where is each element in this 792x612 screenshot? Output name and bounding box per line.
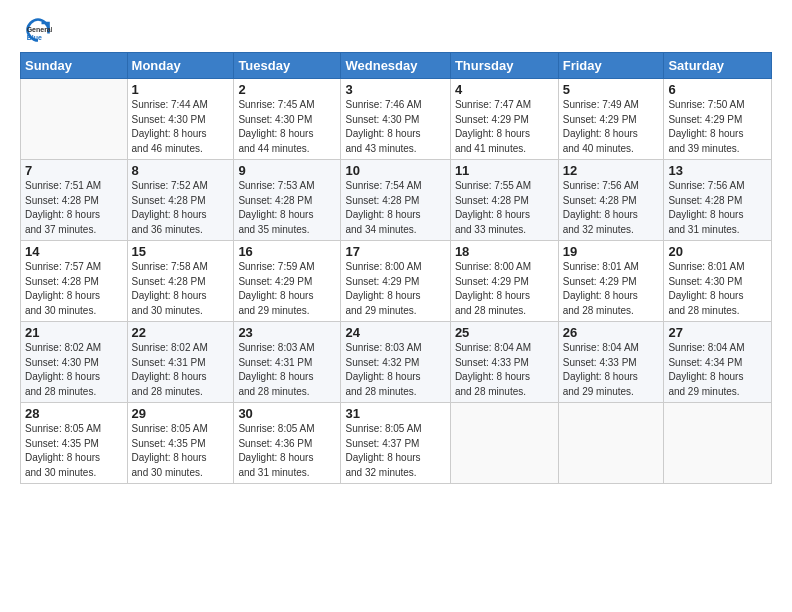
day-number: 8 <box>132 163 230 178</box>
day-number: 5 <box>563 82 660 97</box>
day-number: 9 <box>238 163 336 178</box>
day-number: 1 <box>132 82 230 97</box>
calendar-cell: 11Sunrise: 7:55 AM Sunset: 4:28 PM Dayli… <box>450 160 558 241</box>
calendar-cell: 28Sunrise: 8:05 AM Sunset: 4:35 PM Dayli… <box>21 403 128 484</box>
day-number: 11 <box>455 163 554 178</box>
page: General Blue SundayMondayTuesdayWednesda… <box>0 0 792 612</box>
day-number: 21 <box>25 325 123 340</box>
day-number: 2 <box>238 82 336 97</box>
day-info: Sunrise: 7:51 AM Sunset: 4:28 PM Dayligh… <box>25 179 123 237</box>
day-info: Sunrise: 8:05 AM Sunset: 4:36 PM Dayligh… <box>238 422 336 480</box>
day-number: 31 <box>345 406 445 421</box>
day-info: Sunrise: 8:01 AM Sunset: 4:29 PM Dayligh… <box>563 260 660 318</box>
weekday-header-sunday: Sunday <box>21 53 128 79</box>
day-number: 30 <box>238 406 336 421</box>
day-info: Sunrise: 8:05 AM Sunset: 4:35 PM Dayligh… <box>132 422 230 480</box>
calendar-cell: 19Sunrise: 8:01 AM Sunset: 4:29 PM Dayli… <box>558 241 664 322</box>
calendar-cell: 27Sunrise: 8:04 AM Sunset: 4:34 PM Dayli… <box>664 322 772 403</box>
calendar-week-row: 28Sunrise: 8:05 AM Sunset: 4:35 PM Dayli… <box>21 403 772 484</box>
day-info: Sunrise: 8:04 AM Sunset: 4:33 PM Dayligh… <box>455 341 554 399</box>
day-number: 10 <box>345 163 445 178</box>
calendar-cell: 17Sunrise: 8:00 AM Sunset: 4:29 PM Dayli… <box>341 241 450 322</box>
calendar-cell: 24Sunrise: 8:03 AM Sunset: 4:32 PM Dayli… <box>341 322 450 403</box>
day-number: 4 <box>455 82 554 97</box>
calendar-cell <box>664 403 772 484</box>
day-info: Sunrise: 7:50 AM Sunset: 4:29 PM Dayligh… <box>668 98 767 156</box>
day-number: 15 <box>132 244 230 259</box>
day-number: 28 <box>25 406 123 421</box>
weekday-header-tuesday: Tuesday <box>234 53 341 79</box>
day-info: Sunrise: 7:56 AM Sunset: 4:28 PM Dayligh… <box>563 179 660 237</box>
calendar-cell: 31Sunrise: 8:05 AM Sunset: 4:37 PM Dayli… <box>341 403 450 484</box>
day-info: Sunrise: 8:02 AM Sunset: 4:30 PM Dayligh… <box>25 341 123 399</box>
calendar-cell: 20Sunrise: 8:01 AM Sunset: 4:30 PM Dayli… <box>664 241 772 322</box>
calendar-week-row: 1Sunrise: 7:44 AM Sunset: 4:30 PM Daylig… <box>21 79 772 160</box>
day-number: 14 <box>25 244 123 259</box>
day-info: Sunrise: 7:58 AM Sunset: 4:28 PM Dayligh… <box>132 260 230 318</box>
day-info: Sunrise: 8:04 AM Sunset: 4:33 PM Dayligh… <box>563 341 660 399</box>
day-number: 26 <box>563 325 660 340</box>
day-number: 6 <box>668 82 767 97</box>
calendar-cell: 29Sunrise: 8:05 AM Sunset: 4:35 PM Dayli… <box>127 403 234 484</box>
logo-area: General Blue <box>20 16 58 44</box>
day-number: 27 <box>668 325 767 340</box>
calendar-table: SundayMondayTuesdayWednesdayThursdayFrid… <box>20 52 772 484</box>
day-info: Sunrise: 8:02 AM Sunset: 4:31 PM Dayligh… <box>132 341 230 399</box>
day-info: Sunrise: 7:53 AM Sunset: 4:28 PM Dayligh… <box>238 179 336 237</box>
calendar-cell: 5Sunrise: 7:49 AM Sunset: 4:29 PM Daylig… <box>558 79 664 160</box>
day-info: Sunrise: 8:05 AM Sunset: 4:37 PM Dayligh… <box>345 422 445 480</box>
day-number: 24 <box>345 325 445 340</box>
calendar-cell: 26Sunrise: 8:04 AM Sunset: 4:33 PM Dayli… <box>558 322 664 403</box>
day-info: Sunrise: 7:49 AM Sunset: 4:29 PM Dayligh… <box>563 98 660 156</box>
day-number: 12 <box>563 163 660 178</box>
day-info: Sunrise: 8:03 AM Sunset: 4:31 PM Dayligh… <box>238 341 336 399</box>
svg-text:Blue: Blue <box>27 34 42 41</box>
day-info: Sunrise: 8:01 AM Sunset: 4:30 PM Dayligh… <box>668 260 767 318</box>
logo-icon: General Blue <box>24 16 52 44</box>
calendar-cell: 2Sunrise: 7:45 AM Sunset: 4:30 PM Daylig… <box>234 79 341 160</box>
day-info: Sunrise: 7:59 AM Sunset: 4:29 PM Dayligh… <box>238 260 336 318</box>
calendar-cell: 18Sunrise: 8:00 AM Sunset: 4:29 PM Dayli… <box>450 241 558 322</box>
calendar-cell <box>558 403 664 484</box>
day-info: Sunrise: 8:05 AM Sunset: 4:35 PM Dayligh… <box>25 422 123 480</box>
calendar-cell: 8Sunrise: 7:52 AM Sunset: 4:28 PM Daylig… <box>127 160 234 241</box>
day-number: 19 <box>563 244 660 259</box>
day-number: 3 <box>345 82 445 97</box>
calendar-cell: 23Sunrise: 8:03 AM Sunset: 4:31 PM Dayli… <box>234 322 341 403</box>
day-info: Sunrise: 7:56 AM Sunset: 4:28 PM Dayligh… <box>668 179 767 237</box>
calendar-cell: 16Sunrise: 7:59 AM Sunset: 4:29 PM Dayli… <box>234 241 341 322</box>
day-info: Sunrise: 7:44 AM Sunset: 4:30 PM Dayligh… <box>132 98 230 156</box>
day-number: 22 <box>132 325 230 340</box>
calendar-week-row: 7Sunrise: 7:51 AM Sunset: 4:28 PM Daylig… <box>21 160 772 241</box>
weekday-header-monday: Monday <box>127 53 234 79</box>
calendar-cell: 22Sunrise: 8:02 AM Sunset: 4:31 PM Dayli… <box>127 322 234 403</box>
day-number: 13 <box>668 163 767 178</box>
day-info: Sunrise: 8:00 AM Sunset: 4:29 PM Dayligh… <box>345 260 445 318</box>
day-number: 29 <box>132 406 230 421</box>
calendar-cell: 9Sunrise: 7:53 AM Sunset: 4:28 PM Daylig… <box>234 160 341 241</box>
header: General Blue <box>20 16 772 44</box>
day-info: Sunrise: 7:55 AM Sunset: 4:28 PM Dayligh… <box>455 179 554 237</box>
day-info: Sunrise: 7:47 AM Sunset: 4:29 PM Dayligh… <box>455 98 554 156</box>
day-info: Sunrise: 7:45 AM Sunset: 4:30 PM Dayligh… <box>238 98 336 156</box>
day-info: Sunrise: 7:54 AM Sunset: 4:28 PM Dayligh… <box>345 179 445 237</box>
day-info: Sunrise: 8:00 AM Sunset: 4:29 PM Dayligh… <box>455 260 554 318</box>
svg-text:General: General <box>27 26 52 33</box>
day-info: Sunrise: 7:52 AM Sunset: 4:28 PM Dayligh… <box>132 179 230 237</box>
calendar-week-row: 21Sunrise: 8:02 AM Sunset: 4:30 PM Dayli… <box>21 322 772 403</box>
day-info: Sunrise: 8:03 AM Sunset: 4:32 PM Dayligh… <box>345 341 445 399</box>
calendar-cell: 12Sunrise: 7:56 AM Sunset: 4:28 PM Dayli… <box>558 160 664 241</box>
day-number: 20 <box>668 244 767 259</box>
day-info: Sunrise: 8:04 AM Sunset: 4:34 PM Dayligh… <box>668 341 767 399</box>
day-info: Sunrise: 7:46 AM Sunset: 4:30 PM Dayligh… <box>345 98 445 156</box>
calendar-cell: 25Sunrise: 8:04 AM Sunset: 4:33 PM Dayli… <box>450 322 558 403</box>
day-number: 18 <box>455 244 554 259</box>
calendar-cell: 13Sunrise: 7:56 AM Sunset: 4:28 PM Dayli… <box>664 160 772 241</box>
calendar-week-row: 14Sunrise: 7:57 AM Sunset: 4:28 PM Dayli… <box>21 241 772 322</box>
calendar-cell: 6Sunrise: 7:50 AM Sunset: 4:29 PM Daylig… <box>664 79 772 160</box>
calendar-cell <box>21 79 128 160</box>
day-number: 23 <box>238 325 336 340</box>
day-info: Sunrise: 7:57 AM Sunset: 4:28 PM Dayligh… <box>25 260 123 318</box>
calendar-cell: 30Sunrise: 8:05 AM Sunset: 4:36 PM Dayli… <box>234 403 341 484</box>
weekday-header-saturday: Saturday <box>664 53 772 79</box>
